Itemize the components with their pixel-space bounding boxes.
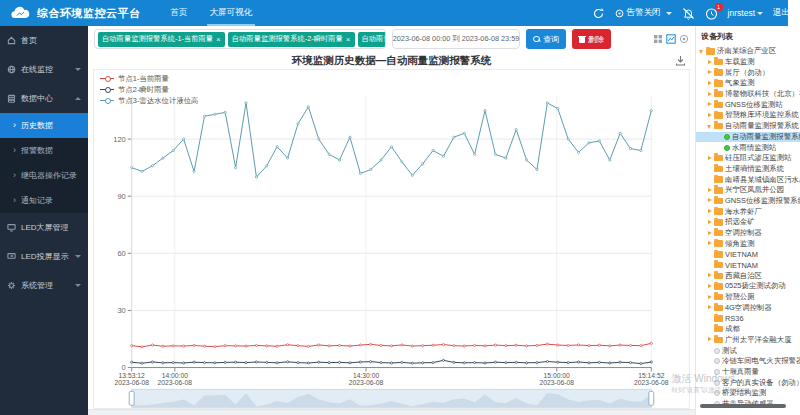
device-tree-item[interactable]: 冷链车间电气火灾报警器: [696, 356, 800, 367]
sidebar-item-home[interactable]: 首页: [0, 26, 88, 55]
expand-arrow-icon[interactable]: [707, 272, 713, 280]
device-tree-item[interactable]: 兴宁区凤凰井公园: [696, 185, 800, 196]
date-range-input[interactable]: 2023-06-08 00:00 到 2023-06-08 23:59: [392, 29, 520, 49]
device-tree-item[interactable]: 济南某综合产业区: [696, 46, 800, 57]
device-tree-item[interactable]: RS36: [696, 313, 800, 324]
device-tree-item[interactable]: 空调控制器: [696, 228, 800, 239]
alarm-toggle[interactable]: 告警关闭: [615, 7, 672, 19]
submenu-item[interactable]: › 通知记录: [0, 188, 88, 213]
series-tag[interactable]: 自动雨量监测报警系统-3-雷达水位计液位高 ×: [358, 32, 387, 47]
chart-view-icon[interactable]: [666, 34, 676, 44]
line-chart[interactable]: 030609012013:53:122023-06-0814:00:002023…: [94, 78, 689, 409]
expand-arrow-icon[interactable]: [707, 58, 713, 66]
device-tree-item[interactable]: 成都: [696, 324, 800, 335]
expand-arrow-icon[interactable]: [707, 122, 713, 130]
expand-arrow-icon[interactable]: [707, 389, 713, 397]
device-tree-item[interactable]: 桥梁结构监测: [696, 388, 800, 399]
device-tree-item[interactable]: VIETNAM: [696, 260, 800, 271]
nav-home[interactable]: 首页: [160, 0, 199, 26]
device-tree-item[interactable]: 土壤墒情监测系统: [696, 164, 800, 175]
expand-arrow-icon[interactable]: [707, 208, 713, 216]
device-tree-item[interactable]: 客户的真实设备（勿动）: [696, 377, 800, 388]
legend-item[interactable]: 节点2-瞬时雨量: [100, 84, 198, 95]
sidebar-item-led-screen[interactable]: LED大屏管理: [0, 213, 88, 242]
submenu-item[interactable]: › 继电器操作记录: [0, 163, 88, 188]
device-tree-item[interactable]: 展厅（勿动）: [696, 67, 800, 78]
device-tree-item[interactable]: 广州太平洋金融大厦: [696, 335, 800, 346]
sidebar-item-led-cast[interactable]: LED投屏显示: [0, 242, 88, 271]
device-tree-item[interactable]: 智慧公厕: [696, 292, 800, 303]
bell-mute-icon[interactable]: [682, 7, 695, 20]
sidebar-item-online-monitor[interactable]: 在线监控: [0, 55, 88, 84]
expand-arrow-icon[interactable]: [707, 186, 713, 194]
notice-clock[interactable]: 1: [705, 7, 718, 20]
expand-arrow-icon[interactable]: [707, 304, 713, 312]
expand-arrow-icon[interactable]: [707, 229, 713, 237]
expand-arrow-icon[interactable]: [707, 250, 713, 258]
expand-arrow-icon[interactable]: [707, 347, 713, 355]
horizontal-scrollbar[interactable]: [700, 404, 786, 408]
expand-arrow-icon[interactable]: [707, 197, 713, 205]
device-tree-item[interactable]: 硅压阻式渗压监测站: [696, 153, 800, 164]
expand-arrow-icon[interactable]: [707, 240, 713, 248]
expand-arrow-icon[interactable]: [707, 336, 713, 344]
expand-arrow-icon[interactable]: [707, 90, 713, 98]
delete-button[interactable]: 删除: [572, 29, 611, 49]
tag-close-icon[interactable]: ×: [346, 35, 351, 44]
device-tree-item[interactable]: 气象监测: [696, 78, 800, 89]
device-tree-item[interactable]: 海水养虾厂: [696, 206, 800, 217]
series-tag[interactable]: 自动雨量监测报警系统-2-瞬时雨量 ×: [228, 32, 355, 47]
expand-arrow-icon[interactable]: [707, 315, 713, 323]
legend-item[interactable]: 节点3-雷达水位计液位高: [100, 95, 198, 106]
legend-item[interactable]: 节点1-当前雨量: [100, 73, 198, 84]
expand-arrow-icon[interactable]: [699, 47, 705, 55]
expand-arrow-icon[interactable]: [707, 165, 713, 173]
expand-arrow-icon[interactable]: [717, 133, 723, 141]
expand-arrow-icon[interactable]: [707, 357, 713, 365]
device-tree-item[interactable]: 测试: [696, 345, 800, 356]
sidebar-item-data-center[interactable]: 数据中心: [0, 84, 88, 113]
device-tree-item[interactable]: GNSS位移监测报警系统: [696, 196, 800, 207]
series-select[interactable]: 自动雨量监测报警系统-1-当前雨量 × 自动雨量监测报警系统-2-瞬时雨量 × …: [94, 29, 386, 49]
nav-bigscreen[interactable]: 大屏可视化: [199, 0, 264, 26]
settings-view-icon[interactable]: [679, 34, 689, 44]
expand-arrow-icon[interactable]: [707, 154, 713, 162]
expand-arrow-icon[interactable]: [707, 368, 713, 376]
device-tree-item[interactable]: 西藏自治区: [696, 270, 800, 281]
submenu-item[interactable]: › 报警数据: [0, 138, 88, 163]
expand-arrow-icon[interactable]: [707, 101, 713, 109]
device-tree-item[interactable]: 水雨情监测站: [696, 142, 800, 153]
expand-arrow-icon[interactable]: [707, 218, 713, 226]
device-tree-item[interactable]: GNSS位移监测站: [696, 99, 800, 110]
refresh-icon[interactable]: [592, 7, 605, 20]
device-tree-item[interactable]: 南靖县某城镇南区污水厂: [696, 174, 800, 185]
device-tree-item[interactable]: 博鳌物联科技（北京）有: [696, 89, 800, 100]
expand-arrow-icon[interactable]: [707, 293, 713, 301]
expand-arrow-icon[interactable]: [707, 79, 713, 87]
expand-arrow-icon[interactable]: [707, 379, 713, 387]
download-icon[interactable]: [675, 55, 686, 66]
table-view-icon[interactable]: [653, 34, 663, 44]
expand-arrow-icon[interactable]: [717, 144, 723, 152]
device-tree-item[interactable]: VIETNAM: [696, 249, 800, 260]
expand-arrow-icon[interactable]: [707, 176, 713, 184]
device-tree-item[interactable]: 0525扬尘测试勿动: [696, 281, 800, 292]
device-tree-item[interactable]: 自动雨量监测报警系统: [696, 132, 800, 143]
device-tree-item[interactable]: 倾角监测: [696, 238, 800, 249]
device-tree-item[interactable]: 招远金矿: [696, 217, 800, 228]
expand-arrow-icon[interactable]: [707, 69, 713, 77]
expand-arrow-icon[interactable]: [707, 325, 713, 333]
device-tree-item[interactable]: 车载监测: [696, 57, 800, 68]
device-tree-item[interactable]: 智慧粮库环境监控系统: [696, 110, 800, 121]
tag-close-icon[interactable]: ×: [216, 35, 221, 44]
expand-arrow-icon[interactable]: [707, 282, 713, 290]
device-tree-item[interactable]: 十堰真雨量: [696, 367, 800, 378]
device-tree-item[interactable]: 4G空调控制器: [696, 303, 800, 314]
sidebar-item-system[interactable]: 系统管理: [0, 271, 88, 300]
expand-arrow-icon[interactable]: [707, 111, 713, 119]
expand-arrow-icon[interactable]: [707, 261, 713, 269]
submenu-item[interactable]: › 历史数据: [0, 113, 88, 138]
series-tag[interactable]: 自动雨量监测报警系统-1-当前雨量 ×: [98, 32, 225, 47]
query-button[interactable]: 查询: [526, 29, 566, 49]
user-menu[interactable]: jnrstest: [728, 8, 763, 18]
